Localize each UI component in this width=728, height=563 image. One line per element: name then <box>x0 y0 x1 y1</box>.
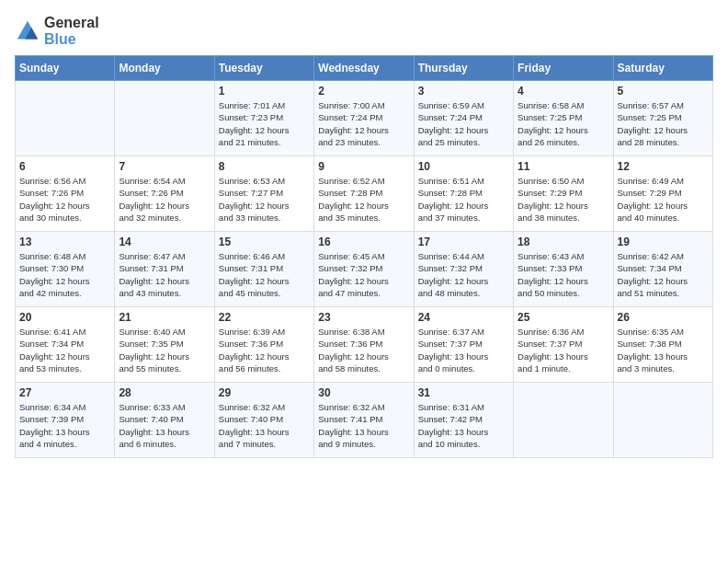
calendar-cell: 17Sunrise: 6:44 AM Sunset: 7:32 PM Dayli… <box>414 232 513 307</box>
calendar-cell: 30Sunrise: 6:32 AM Sunset: 7:41 PM Dayli… <box>314 383 414 458</box>
day-number: 19 <box>618 236 709 248</box>
calendar-cell: 9Sunrise: 6:52 AM Sunset: 7:28 PM Daylig… <box>314 156 414 232</box>
day-info: Sunrise: 7:01 AM Sunset: 7:23 PM Dayligh… <box>219 99 310 148</box>
calendar-cell: 27Sunrise: 6:34 AM Sunset: 7:39 PM Dayli… <box>16 383 115 458</box>
calendar-cell: 20Sunrise: 6:41 AM Sunset: 7:34 PM Dayli… <box>16 307 115 383</box>
calendar-cell: 24Sunrise: 6:37 AM Sunset: 7:37 PM Dayli… <box>414 307 513 383</box>
calendar-cell: 22Sunrise: 6:39 AM Sunset: 7:36 PM Dayli… <box>214 307 313 383</box>
day-info: Sunrise: 6:56 AM Sunset: 7:26 PM Dayligh… <box>19 175 110 224</box>
day-info: Sunrise: 6:46 AM Sunset: 7:31 PM Dayligh… <box>219 250 310 299</box>
calendar-cell: 2Sunrise: 7:00 AM Sunset: 7:24 PM Daylig… <box>314 81 414 156</box>
day-number: 30 <box>318 386 409 399</box>
week-row-1: 6Sunrise: 6:56 AM Sunset: 7:26 PM Daylig… <box>16 156 713 232</box>
day-number: 15 <box>219 236 310 248</box>
day-info: Sunrise: 6:31 AM Sunset: 7:42 PM Dayligh… <box>418 401 509 450</box>
day-number: 22 <box>219 311 310 324</box>
calendar-cell: 10Sunrise: 6:51 AM Sunset: 7:28 PM Dayli… <box>414 156 513 232</box>
day-info: Sunrise: 6:49 AM Sunset: 7:29 PM Dayligh… <box>618 175 709 224</box>
calendar-cell: 21Sunrise: 6:40 AM Sunset: 7:35 PM Dayli… <box>115 307 214 383</box>
calendar-cell <box>115 81 214 156</box>
day-info: Sunrise: 6:48 AM Sunset: 7:30 PM Dayligh… <box>19 250 110 299</box>
day-number: 29 <box>219 386 310 399</box>
logo: General Blue <box>15 15 99 48</box>
col-header-thursday: Thursday <box>414 56 513 81</box>
col-header-friday: Friday <box>514 56 613 81</box>
day-number: 9 <box>318 160 409 173</box>
day-info: Sunrise: 6:43 AM Sunset: 7:33 PM Dayligh… <box>518 250 609 299</box>
calendar-cell: 7Sunrise: 6:54 AM Sunset: 7:26 PM Daylig… <box>115 156 214 232</box>
day-number: 24 <box>418 311 509 324</box>
day-info: Sunrise: 6:32 AM Sunset: 7:41 PM Dayligh… <box>318 401 409 450</box>
day-number: 14 <box>119 236 210 248</box>
logo-text: General Blue <box>44 15 99 48</box>
day-number: 16 <box>318 236 409 248</box>
day-number: 28 <box>119 386 210 399</box>
day-number: 6 <box>19 160 110 173</box>
calendar-cell <box>514 383 613 458</box>
calendar-cell: 3Sunrise: 6:59 AM Sunset: 7:24 PM Daylig… <box>414 81 513 156</box>
day-number: 18 <box>518 236 609 248</box>
day-number: 8 <box>219 160 310 173</box>
day-info: Sunrise: 6:41 AM Sunset: 7:34 PM Dayligh… <box>19 326 110 374</box>
calendar-cell: 18Sunrise: 6:43 AM Sunset: 7:33 PM Dayli… <box>514 232 613 307</box>
col-header-wednesday: Wednesday <box>314 56 414 81</box>
day-info: Sunrise: 6:32 AM Sunset: 7:40 PM Dayligh… <box>219 401 310 450</box>
calendar-cell: 23Sunrise: 6:38 AM Sunset: 7:36 PM Dayli… <box>314 307 414 383</box>
day-number: 13 <box>19 236 110 248</box>
day-info: Sunrise: 6:34 AM Sunset: 7:39 PM Dayligh… <box>19 401 110 450</box>
calendar-cell: 19Sunrise: 6:42 AM Sunset: 7:34 PM Dayli… <box>613 232 712 307</box>
day-info: Sunrise: 6:40 AM Sunset: 7:35 PM Dayligh… <box>119 326 210 374</box>
calendar-cell: 25Sunrise: 6:36 AM Sunset: 7:37 PM Dayli… <box>514 307 613 383</box>
calendar-cell: 26Sunrise: 6:35 AM Sunset: 7:38 PM Dayli… <box>613 307 712 383</box>
calendar-cell: 1Sunrise: 7:01 AM Sunset: 7:23 PM Daylig… <box>214 81 313 156</box>
logo-icon <box>15 18 40 44</box>
calendar-cell: 5Sunrise: 6:57 AM Sunset: 7:25 PM Daylig… <box>613 81 712 156</box>
day-info: Sunrise: 6:36 AM Sunset: 7:37 PM Dayligh… <box>518 326 609 374</box>
day-info: Sunrise: 6:54 AM Sunset: 7:26 PM Dayligh… <box>119 175 210 224</box>
calendar-cell: 8Sunrise: 6:53 AM Sunset: 7:27 PM Daylig… <box>214 156 313 232</box>
calendar-table: SundayMondayTuesdayWednesdayThursdayFrid… <box>15 55 713 458</box>
calendar-header: SundayMondayTuesdayWednesdayThursdayFrid… <box>16 56 713 81</box>
col-header-monday: Monday <box>115 56 214 81</box>
day-info: Sunrise: 6:57 AM Sunset: 7:25 PM Dayligh… <box>618 99 709 148</box>
calendar-cell <box>16 81 115 156</box>
day-info: Sunrise: 6:38 AM Sunset: 7:36 PM Dayligh… <box>318 326 409 374</box>
day-info: Sunrise: 7:00 AM Sunset: 7:24 PM Dayligh… <box>318 99 409 148</box>
day-number: 2 <box>318 85 409 98</box>
calendar-cell: 28Sunrise: 6:33 AM Sunset: 7:40 PM Dayli… <box>115 383 214 458</box>
day-number: 27 <box>19 386 110 399</box>
day-info: Sunrise: 6:52 AM Sunset: 7:28 PM Dayligh… <box>318 175 409 224</box>
day-info: Sunrise: 6:42 AM Sunset: 7:34 PM Dayligh… <box>618 250 709 299</box>
day-number: 12 <box>618 160 709 173</box>
col-header-sunday: Sunday <box>16 56 115 81</box>
day-info: Sunrise: 6:47 AM Sunset: 7:31 PM Dayligh… <box>119 250 210 299</box>
day-info: Sunrise: 6:35 AM Sunset: 7:38 PM Dayligh… <box>618 326 709 374</box>
day-info: Sunrise: 6:45 AM Sunset: 7:32 PM Dayligh… <box>318 250 409 299</box>
day-number: 26 <box>618 311 709 324</box>
day-number: 31 <box>418 386 509 399</box>
day-info: Sunrise: 6:39 AM Sunset: 7:36 PM Dayligh… <box>219 326 310 374</box>
day-number: 21 <box>119 311 210 324</box>
day-number: 25 <box>518 311 609 324</box>
header-row: SundayMondayTuesdayWednesdayThursdayFrid… <box>16 56 713 81</box>
calendar-cell: 14Sunrise: 6:47 AM Sunset: 7:31 PM Dayli… <box>115 232 214 307</box>
page-header: General Blue <box>15 15 713 48</box>
day-info: Sunrise: 6:50 AM Sunset: 7:29 PM Dayligh… <box>518 175 609 224</box>
day-number: 10 <box>418 160 509 173</box>
day-number: 11 <box>518 160 609 173</box>
calendar-cell: 16Sunrise: 6:45 AM Sunset: 7:32 PM Dayli… <box>314 232 414 307</box>
calendar-cell: 6Sunrise: 6:56 AM Sunset: 7:26 PM Daylig… <box>16 156 115 232</box>
week-row-4: 27Sunrise: 6:34 AM Sunset: 7:39 PM Dayli… <box>16 383 713 458</box>
calendar-cell: 15Sunrise: 6:46 AM Sunset: 7:31 PM Dayli… <box>214 232 313 307</box>
day-number: 4 <box>518 85 609 98</box>
day-info: Sunrise: 6:33 AM Sunset: 7:40 PM Dayligh… <box>119 401 210 450</box>
day-info: Sunrise: 6:58 AM Sunset: 7:25 PM Dayligh… <box>518 99 609 148</box>
day-info: Sunrise: 6:51 AM Sunset: 7:28 PM Dayligh… <box>418 175 509 224</box>
col-header-saturday: Saturday <box>613 56 712 81</box>
calendar-body: 1Sunrise: 7:01 AM Sunset: 7:23 PM Daylig… <box>16 81 713 458</box>
calendar-cell: 13Sunrise: 6:48 AM Sunset: 7:30 PM Dayli… <box>16 232 115 307</box>
day-number: 17 <box>418 236 509 248</box>
day-info: Sunrise: 6:44 AM Sunset: 7:32 PM Dayligh… <box>418 250 509 299</box>
week-row-2: 13Sunrise: 6:48 AM Sunset: 7:30 PM Dayli… <box>16 232 713 307</box>
day-number: 23 <box>318 311 409 324</box>
